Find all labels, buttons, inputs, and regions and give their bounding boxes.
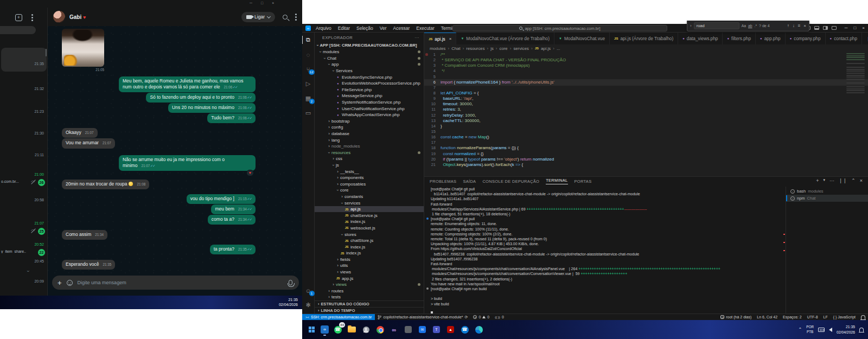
editor-tab[interactable]: ●app.php: [756, 33, 786, 44]
timeline-section[interactable]: ›LINHA DO TEMPO: [315, 307, 424, 314]
outline-section[interactable]: ›ESTRUTURA DO CÓDIGO: [315, 300, 424, 307]
panel-tab-problemas[interactable]: PROBLEMAS: [430, 179, 456, 184]
menu-editar[interactable]: Editar: [335, 25, 353, 31]
taskbar-acrobat-icon[interactable]: ▲: [445, 324, 456, 335]
toggle-secondary-sidebar-icon[interactable]: [823, 26, 828, 30]
tree-item[interactable]: JSindex.js: [315, 244, 424, 250]
editor-tab[interactable]: ●contact.php: [826, 33, 863, 44]
taskbar-clock[interactable]: 21:3502/04/2026: [837, 324, 855, 334]
tree-item[interactable]: ›bootstrap: [315, 118, 424, 125]
message-bubble[interactable]: Uns 20 no minutos no máximo21:06 ✓✓: [168, 103, 256, 113]
message-bubble[interactable]: ta pronta?21:35 ✓✓: [210, 245, 256, 254]
taskbar-mail-icon[interactable]: ✉: [417, 324, 427, 335]
tree-item[interactable]: ›constants: [315, 194, 424, 200]
notification-bell-icon[interactable]: [859, 328, 864, 332]
find-next-icon[interactable]: ↓: [793, 23, 795, 28]
find-in-selection-icon[interactable]: ≡: [798, 23, 801, 28]
tree-item[interactable]: ●SystemNotificationService.php: [315, 99, 424, 106]
editor-tab[interactable]: ▼ModalNovoChat.vue: [554, 33, 610, 44]
toggle-panel-icon[interactable]: [814, 26, 819, 30]
breadcrumb-item[interactable]: resources: [466, 46, 484, 51]
editor-tab[interactable]: ▼ModalNovoChat.vue (Árvore de Trabalho): [456, 33, 554, 44]
source-control-icon[interactable]: ⑂12: [304, 65, 312, 73]
chat-list-item[interactable]: 20:58: [0, 198, 48, 212]
maximize-panel-icon[interactable]: ⌃: [851, 178, 856, 183]
match-case-icon[interactable]: Aa: [742, 24, 746, 28]
chat-list-scroll-chevron-icon[interactable]: ›: [25, 271, 31, 272]
tree-item[interactable]: JSwebsocket.js: [315, 225, 424, 232]
panel-tab-portas[interactable]: PORTAS: [575, 179, 592, 184]
tree-item[interactable]: JSindex.js: [315, 219, 424, 225]
tree-item[interactable]: ●FileService.php: [315, 87, 424, 93]
tree-item[interactable]: ●WhatsAppContactService.php: [315, 112, 424, 118]
menu-selecao[interactable]: Seleção: [354, 25, 376, 31]
emoji-picker-icon[interactable]: [67, 280, 73, 286]
command-center[interactable]: app [SSH: crm.precisaautomacao.com.br]: [452, 25, 667, 31]
terminal-instance[interactable]: ›npmChat: [786, 195, 868, 202]
tree-item[interactable]: JSapi.js: [315, 206, 424, 213]
accounts-icon[interactable]: ☺1: [304, 286, 312, 295]
message-bubble[interactable]: Meu bem, aquele Romeu e Julieta me ganho…: [119, 76, 256, 92]
chat-list-scrollbar[interactable]: [46, 49, 47, 56]
message-bubble[interactable]: 20min no max trocar de roupa21:08: [62, 180, 149, 189]
contact-name[interactable]: Gabi ♥: [69, 14, 86, 20]
terminal-output[interactable]: [root@pabx Chat]# git pull b1141a1..bd51…: [426, 187, 783, 314]
message-bubble[interactable]: Só to fazendo um deploy aqui e to pronto…: [146, 93, 256, 103]
tray-chevron-icon[interactable]: ⌃: [799, 327, 802, 332]
breadcrumb-item[interactable]: modules: [430, 46, 445, 51]
tree-item[interactable]: ›views: [315, 282, 424, 288]
reaction-heart[interactable]: ♥: [246, 170, 254, 176]
tree-item[interactable]: ›services: [315, 200, 424, 206]
minimap[interactable]: [846, 53, 865, 113]
split-terminal-icon[interactable]: ❘❘: [839, 178, 847, 183]
chat-list-item[interactable]: 20:52y_item_share...22: [0, 242, 48, 257]
tree-item[interactable]: ●MessageService.php: [315, 93, 424, 99]
toggle-replace-icon[interactable]: ›: [690, 23, 692, 28]
photo-thumbnail[interactable]: [62, 29, 104, 67]
microphone-icon[interactable]: [289, 280, 292, 285]
taskbar-edge-icon[interactable]: [474, 324, 484, 335]
tree-item[interactable]: ›app: [315, 61, 424, 68]
remote-indicator[interactable]: >< SSH: crm.precisaautomacao.com.br: [302, 314, 375, 320]
maximize-icon[interactable]: □: [853, 25, 856, 30]
breadcrumb-item[interactable]: services: [513, 46, 529, 51]
breadcrumb-item[interactable]: core: [500, 46, 508, 51]
minimize-icon[interactable]: ─: [250, 1, 252, 5]
eol[interactable]: LF: [821, 315, 831, 319]
tree-item[interactable]: ›__tests__: [315, 168, 424, 175]
taskbar-explorer-icon[interactable]: [347, 324, 357, 335]
close-tab-icon[interactable]: ×: [449, 36, 452, 41]
taskbar-app-icon[interactable]: [403, 324, 413, 335]
taskbar-chrome-icon[interactable]: [375, 324, 385, 335]
panel-tab-consolededepuracao[interactable]: CONSOLE DE DEPURAÇÃO: [482, 179, 539, 184]
breadcrumb-item[interactable]: js: [490, 46, 494, 51]
language-mode[interactable]: { } JavaScript: [831, 315, 858, 319]
find-input[interactable]: road: [694, 22, 739, 29]
tree-item[interactable]: ›components: [315, 175, 424, 181]
chat-list-item[interactable]: 20:09: [0, 279, 48, 293]
message-bubble[interactable]: Não se arrume muito eu ja me impressiono…: [119, 155, 256, 171]
message-bubble[interactable]: Okaayy21:07: [62, 128, 98, 138]
tree-item[interactable]: ›js: [315, 162, 424, 169]
message-bubble[interactable]: vou do tipo mendigo ]21:15 ✓✓: [187, 194, 256, 204]
tree-item[interactable]: ›routes: [315, 288, 424, 295]
avatar[interactable]: [53, 11, 65, 23]
chat-list-search-input[interactable]: [0, 26, 36, 34]
menu-ver[interactable]: Ver: [377, 25, 390, 31]
breadcrumb-item[interactable]: ...: [557, 46, 560, 51]
tree-item[interactable]: ›resources: [315, 150, 424, 156]
tree-item[interactable]: ›utils: [315, 263, 424, 269]
minimize-icon[interactable]: ─: [845, 25, 848, 30]
chat-list-item[interactable]: 21:23: [0, 110, 48, 124]
message-bubble[interactable]: Esperando você21:35: [62, 260, 115, 270]
indentation[interactable]: Espaços: 2: [780, 315, 805, 319]
tree-item[interactable]: ›composables: [315, 181, 424, 187]
close-find-icon[interactable]: ×: [803, 23, 806, 28]
message-bubble[interactable]: Como assim21:34: [62, 230, 107, 240]
tree-item[interactable]: ›node_modules: [315, 143, 424, 150]
customize-layout-icon[interactable]: [832, 26, 837, 30]
remote-explorer-icon[interactable]: ▭: [304, 109, 312, 117]
chat-list-item[interactable]: 21:30: [0, 131, 48, 145]
chat-list-item[interactable]: 21:35: [0, 62, 48, 76]
notifications-bell-icon[interactable]: [858, 315, 868, 319]
